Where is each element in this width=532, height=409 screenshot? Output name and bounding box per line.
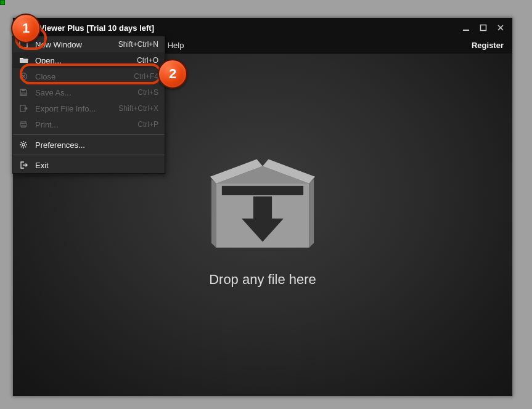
menu-help-label: Help xyxy=(168,41,184,50)
selection-corner-marker xyxy=(0,0,5,5)
menubar-spacer xyxy=(190,38,463,53)
drop-target[interactable]: Drop any file here xyxy=(204,153,321,288)
menu-item-label: Close xyxy=(35,72,128,81)
maximize-button[interactable] xyxy=(475,22,491,34)
menu-item-label: Save As... xyxy=(35,88,131,97)
svg-rect-2 xyxy=(463,30,469,31)
close-button[interactable] xyxy=(493,22,509,34)
menu-item-label: Print... xyxy=(35,120,131,129)
menu-item-shortcut: Ctrl+S xyxy=(137,88,158,97)
close-file-icon xyxy=(18,72,29,81)
titlebar: e Viewer Plus [Trial 10 days left] xyxy=(13,18,512,38)
drop-text: Drop any file here xyxy=(209,272,316,288)
menu-item-save-as: Save As... Ctrl+S xyxy=(13,84,165,100)
menu-separator xyxy=(13,155,165,155)
menu-item-shortcut: Ctrl+O xyxy=(137,56,158,65)
menu-item-shortcut: Shift+Ctrl+N xyxy=(118,40,158,49)
gear-icon xyxy=(18,140,29,149)
annotation-step-1: 1 xyxy=(11,14,41,43)
export-icon xyxy=(18,104,29,113)
svg-line-29 xyxy=(21,147,22,147)
svg-point-21 xyxy=(22,144,25,146)
svg-rect-3 xyxy=(481,25,486,31)
minimize-button[interactable] xyxy=(458,22,474,34)
svg-rect-11 xyxy=(253,196,272,219)
menu-item-shortcut: Ctrl+P xyxy=(137,120,158,129)
menu-item-label: Preferences... xyxy=(35,140,152,150)
svg-line-26 xyxy=(21,142,22,143)
menu-item-label: Open... xyxy=(35,56,131,65)
menu-item-print: Print... Ctrl+P xyxy=(13,116,165,132)
menu-item-label: Exit xyxy=(35,161,152,170)
menu-item-exit[interactable]: Exit xyxy=(13,157,165,173)
register-label: Register xyxy=(472,41,504,50)
menu-item-close: Close Ctrl+F4 xyxy=(13,68,165,84)
menu-item-shortcut: Shift+Ctrl+X xyxy=(118,104,158,113)
menu-item-open[interactable]: Open... Ctrl+O xyxy=(13,52,165,68)
annotation-number: 2 xyxy=(169,66,176,82)
exit-icon xyxy=(18,161,29,169)
menu-item-label: Export File Info... xyxy=(35,104,112,113)
menu-separator xyxy=(13,134,165,135)
menu-item-preferences[interactable]: Preferences... xyxy=(13,137,165,153)
folder-open-icon xyxy=(18,56,29,65)
svg-line-28 xyxy=(25,142,26,143)
svg-rect-10 xyxy=(222,185,303,195)
print-icon xyxy=(18,120,29,129)
menu-item-label: New Window xyxy=(35,40,112,49)
annotation-step-2: 2 xyxy=(158,59,187,89)
drop-box-icon xyxy=(204,153,321,258)
menu-help[interactable]: Help xyxy=(162,38,190,53)
menu-item-shortcut: Ctrl+F4 xyxy=(134,72,158,81)
svg-rect-16 xyxy=(22,93,25,95)
annotation-number: 1 xyxy=(22,20,30,36)
menu-item-export: Export File Info... Shift+Ctrl+X xyxy=(13,100,165,116)
svg-marker-9 xyxy=(309,179,314,247)
save-icon xyxy=(18,88,29,97)
svg-marker-8 xyxy=(211,179,216,247)
window-title: e Viewer Plus [Trial 10 days left] xyxy=(33,23,457,33)
register-link[interactable]: Register xyxy=(463,38,512,53)
svg-line-27 xyxy=(25,147,26,147)
svg-rect-15 xyxy=(22,89,25,91)
file-menu-dropdown: New Window Shift+Ctrl+N Open... Ctrl+O C… xyxy=(12,36,165,174)
